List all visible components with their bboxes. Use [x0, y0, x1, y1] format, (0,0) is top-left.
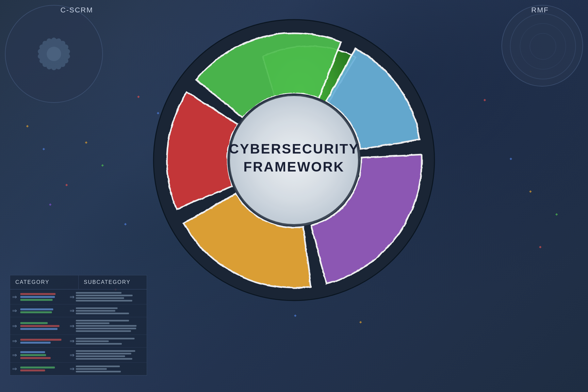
row-bar-group — [20, 339, 66, 344]
row-bar — [20, 296, 55, 298]
scatter-dot: ◆ — [26, 124, 29, 128]
cscrm-label: C-SCRM — [60, 6, 93, 14]
row-arrow-icon: ⇒ — [12, 322, 17, 330]
row-subbar — [76, 338, 135, 339]
row-subbar — [76, 343, 122, 345]
row-subbar — [76, 292, 122, 294]
cscrm-flower-icon — [18, 18, 90, 90]
row-subbar — [76, 368, 107, 370]
row-bar — [20, 339, 61, 341]
category-header: CATEGORY — [10, 275, 79, 289]
table-rows: ⇒⇒⇒⇒⇒⇒⇒⇒⇒⇒⇒⇒ — [10, 289, 147, 375]
row-subbar — [76, 325, 137, 327]
row-subbar — [76, 355, 125, 357]
scatter-dot: ◆ — [85, 140, 88, 144]
scatter-dot: ◆ — [42, 147, 45, 151]
table-row: ⇒⇒ — [10, 304, 147, 317]
row-subbar — [76, 350, 135, 352]
row-arrow-icon: ⇒ — [12, 293, 17, 301]
rmf-circle-icon — [502, 6, 584, 87]
rmf-circle — [501, 5, 583, 87]
scatter-dot: ◆ — [124, 222, 127, 226]
cscrm-circle — [5, 5, 103, 103]
row-subbar — [76, 366, 120, 367]
scatter-dot: ◆ — [510, 157, 512, 160]
framework-wheel-svg: // This will be computed in the renderin… — [147, 13, 441, 307]
row-bar — [20, 354, 46, 356]
row-subbar-group — [76, 338, 145, 345]
row-bar — [20, 342, 51, 344]
table-row: ⇒⇒ — [10, 363, 147, 375]
row-bar — [20, 308, 53, 310]
category-table: CATEGORY SUBCATEGORY ⇒⇒⇒⇒⇒⇒⇒⇒⇒⇒⇒⇒ — [10, 275, 147, 376]
row-bar-group — [20, 351, 66, 359]
scatter-dot: ◆ — [359, 320, 362, 324]
row-subbar-group — [76, 366, 145, 372]
row-bar-group — [20, 367, 66, 371]
row-bar — [20, 299, 53, 301]
row-subbar — [76, 358, 132, 360]
scatter-dot: ◆ — [294, 314, 297, 317]
table-row: ⇒⇒ — [10, 317, 147, 335]
row-subbar-group — [76, 292, 145, 302]
row-subbar — [76, 322, 110, 324]
scatter-dot: ◆ — [49, 203, 52, 206]
row-subbar — [76, 310, 116, 312]
row-bar-group — [20, 293, 66, 301]
row-bar — [20, 357, 51, 359]
row-subbar-group — [76, 350, 145, 360]
row-subbar — [76, 313, 129, 314]
framework-title-line1: CYBERSECURITY — [229, 141, 359, 156]
scatter-dot: ◆ — [137, 95, 140, 98]
table-row: ⇒⇒ — [10, 335, 147, 348]
row-subbar — [76, 328, 136, 329]
subcategory-header: SUBCATEGORY — [79, 275, 147, 289]
svg-point-9 — [47, 47, 61, 61]
row-bar — [20, 369, 45, 371]
row-arrow2-icon: ⇒ — [70, 307, 74, 314]
row-bar — [20, 293, 56, 295]
row-subbar — [76, 330, 131, 332]
row-bar-group — [20, 322, 66, 330]
row-bar-group — [20, 308, 66, 313]
row-subbar — [76, 340, 109, 342]
row-bar — [20, 328, 57, 330]
row-bar — [20, 367, 55, 368]
row-subbar — [76, 371, 121, 372]
rmf-label: RMF — [531, 6, 549, 14]
row-arrow2-icon: ⇒ — [70, 337, 74, 345]
row-arrow-icon: ⇒ — [12, 337, 17, 345]
row-arrow2-icon: ⇒ — [70, 365, 74, 372]
table-row: ⇒⇒ — [10, 289, 147, 304]
scatter-dot: ◆ — [539, 245, 542, 249]
scatter-dot: ◆ — [483, 98, 486, 102]
row-arrow-icon: ⇒ — [12, 365, 17, 372]
row-arrow2-icon: ⇒ — [70, 322, 74, 330]
row-subbar — [76, 300, 133, 302]
scatter-dot: ◆ — [529, 189, 532, 193]
row-bar — [20, 351, 45, 353]
row-subbar — [76, 297, 124, 299]
row-subbar-group — [76, 307, 145, 314]
row-arrow2-icon: ⇒ — [70, 293, 74, 301]
row-arrow-icon: ⇒ — [12, 307, 17, 314]
framework-title-line2: FRAMEWORK — [243, 159, 344, 174]
scatter-dot: ◆ — [65, 183, 68, 187]
scatter-dot: ◆ — [555, 212, 558, 216]
framework-wheel-container: // This will be computed in the renderin… — [147, 13, 441, 307]
row-subbar — [76, 320, 129, 321]
scatter-dot: ◆ — [101, 163, 104, 167]
row-bar — [20, 325, 59, 327]
row-subbar — [76, 307, 118, 309]
row-arrow-icon: ⇒ — [12, 351, 17, 359]
table-header: CATEGORY SUBCATEGORY — [10, 275, 147, 289]
row-subbar — [76, 353, 132, 354]
row-subbar — [76, 295, 133, 296]
table-row: ⇒⇒ — [10, 348, 147, 363]
row-bar — [20, 311, 52, 313]
row-bar — [20, 322, 48, 324]
row-arrow2-icon: ⇒ — [70, 351, 74, 359]
row-subbar-group — [76, 320, 145, 332]
